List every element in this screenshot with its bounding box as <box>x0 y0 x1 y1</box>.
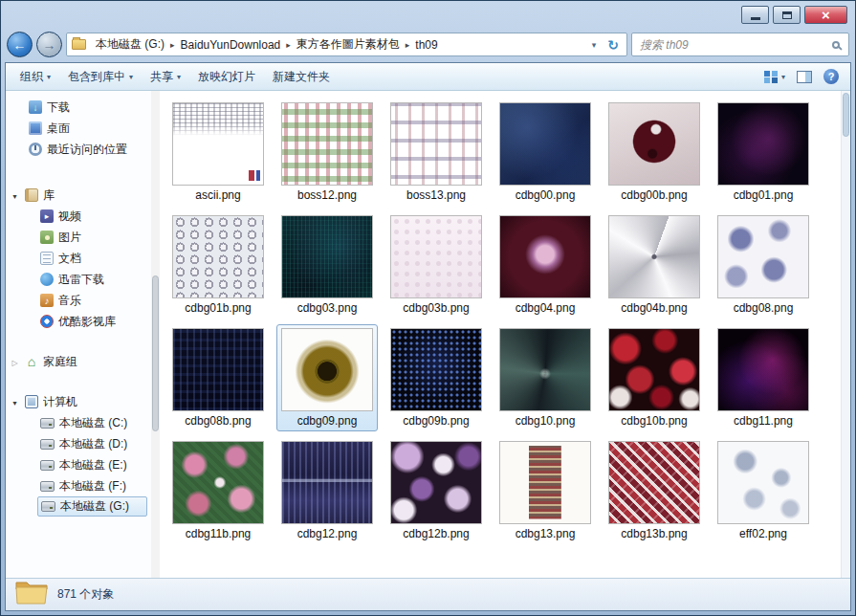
sidebar-item-drive-c[interactable]: 本地磁盘 (C:) <box>6 412 151 433</box>
file-tile[interactable]: boss13.png <box>385 99 487 206</box>
sidebar-label: 文档 <box>58 251 81 267</box>
file-tile[interactable]: boss12.png <box>276 99 378 206</box>
sidebar-item-videos[interactable]: 视频 <box>6 206 151 227</box>
sidebar-scrollbar-thumb[interactable] <box>152 275 159 431</box>
content-scrollbar[interactable] <box>841 91 850 578</box>
chevron-down-icon <box>781 73 785 81</box>
file-tile[interactable]: cdbg13b.png <box>604 437 705 544</box>
file-name: cdbg09b.png <box>403 414 469 428</box>
sidebar-item-drive-g[interactable]: 本地磁盘 (G:) <box>37 496 147 517</box>
file-tile[interactable]: cdbg00.png <box>494 99 596 206</box>
expander-icon[interactable] <box>10 355 20 368</box>
breadcrumb-segment-drive[interactable]: 本地磁盘 (G:) <box>91 33 169 55</box>
music-icon <box>40 294 54 307</box>
file-tile[interactable]: cdbg08.png <box>713 211 814 319</box>
search-box[interactable] <box>631 33 849 56</box>
slideshow-button[interactable]: 放映幻灯片 <box>189 65 264 89</box>
file-tile[interactable]: eff02.png <box>713 437 814 544</box>
breadcrumb-segment-baiduyun[interactable]: BaiduYunDownload <box>176 35 286 55</box>
forward-button[interactable] <box>36 32 62 57</box>
file-tile[interactable]: cdbg11b.png <box>167 437 269 544</box>
file-tile[interactable]: cdbg04.png <box>494 211 596 319</box>
search-icon[interactable] <box>832 41 840 49</box>
file-tile[interactable]: cdbg03.png <box>276 211 378 319</box>
file-tile[interactable]: ascii.png <box>167 99 269 206</box>
file-thumbnail <box>499 102 591 186</box>
file-tile[interactable]: cdbg12b.png <box>385 437 487 544</box>
change-view-button[interactable] <box>758 67 791 86</box>
file-tile[interactable]: cdbg03b.png <box>385 211 487 319</box>
minimize-button[interactable] <box>741 6 769 24</box>
expander-icon[interactable] <box>10 188 20 202</box>
sidebar-item-thunder-downloads[interactable]: 迅雷下载 <box>6 269 151 290</box>
address-row: 本地磁盘 (G:) BaiduYunDownload 東方各作圖片素材包 th0… <box>5 27 851 62</box>
file-tile[interactable]: cdbg11.png <box>713 324 814 431</box>
close-button[interactable] <box>804 6 847 24</box>
expander-icon[interactable] <box>10 395 20 408</box>
file-tile[interactable]: cdbg09b.png <box>385 324 487 431</box>
file-tile[interactable]: cdbg12.png <box>276 437 378 544</box>
sidebar-label: 本地磁盘 (F:) <box>59 478 126 495</box>
explorer-window: 本地磁盘 (G:) BaiduYunDownload 東方各作圖片素材包 th0… <box>0 0 856 616</box>
file-tile[interactable]: cdbg04b.png <box>604 211 705 319</box>
sidebar-item-music[interactable]: 音乐 <box>6 290 151 311</box>
breadcrumb-segment-th09[interactable]: th09 <box>410 35 442 55</box>
file-tile[interactable]: cdbg00b.png <box>604 99 705 206</box>
sidebar-item-computer[interactable]: 计算机 <box>6 391 151 412</box>
sidebar-item-libraries[interactable]: 库 <box>6 185 151 206</box>
sidebar-item-youku[interactable]: 优酷影视库 <box>6 311 151 332</box>
folder-icon <box>72 39 86 50</box>
sidebar-item-drive-d[interactable]: 本地磁盘 (D:) <box>6 433 151 454</box>
file-thumbnail <box>717 328 809 411</box>
thunder-icon <box>40 273 54 286</box>
chevron-down-icon <box>177 73 181 81</box>
sidebar-label: 家庭组 <box>43 354 77 370</box>
sidebar-label: 最近访问的位置 <box>47 142 127 158</box>
sidebar-item-drive-e[interactable]: 本地磁盘 (E:) <box>6 454 151 475</box>
new-folder-button[interactable]: 新建文件夹 <box>264 65 339 89</box>
file-name: boss12.png <box>297 188 357 202</box>
sidebar-item-recent-places[interactable]: 最近访问的位置 <box>6 139 151 160</box>
share-button[interactable]: 共享 <box>142 65 189 89</box>
file-name: cdbg03b.png <box>403 301 469 315</box>
file-tile[interactable]: cdbg10.png <box>494 324 596 431</box>
sidebar-item-pictures[interactable]: 图片 <box>6 227 151 248</box>
file-tile[interactable]: cdbg08b.png <box>167 324 269 431</box>
file-tile[interactable]: cdbg01b.png <box>167 211 269 319</box>
address-bar[interactable]: 本地磁盘 (G:) BaiduYunDownload 東方各作圖片素材包 th0… <box>66 33 627 56</box>
sidebar-label: 图片 <box>58 230 81 246</box>
sidebar-label: 视频 <box>58 209 81 225</box>
file-thumbnail <box>281 215 373 298</box>
back-button[interactable] <box>7 32 33 57</box>
maximize-button[interactable] <box>773 6 801 24</box>
file-name: cdbg12.png <box>297 527 358 540</box>
file-tile[interactable]: cdbg01.png <box>713 99 814 206</box>
sidebar-scrollbar[interactable] <box>151 91 160 578</box>
file-name: cdbg13b.png <box>621 527 687 540</box>
help-button[interactable] <box>818 66 845 87</box>
sidebar-item-documents[interactable]: 文档 <box>6 248 151 269</box>
sidebar-item-desktop[interactable]: 桌面 <box>6 118 151 139</box>
file-thumbnail <box>717 215 809 298</box>
command-bar: 组织 包含到库中 共享 放映幻灯片 新建文件夹 <box>6 63 850 91</box>
organize-button[interactable]: 组织 <box>11 65 59 89</box>
file-thumbnail <box>499 441 591 524</box>
file-tile[interactable]: cdbg13.png <box>494 437 596 544</box>
drive-icon <box>40 481 55 492</box>
address-dropdown-icon[interactable] <box>586 36 603 54</box>
sidebar-item-drive-f[interactable]: 本地磁盘 (F:) <box>6 475 151 496</box>
search-input[interactable] <box>638 37 832 53</box>
file-tile[interactable]: cdbg09.png <box>276 324 378 431</box>
preview-pane-button[interactable] <box>791 68 818 86</box>
file-thumbnail <box>281 441 373 524</box>
content-scrollbar-thumb[interactable] <box>843 93 849 137</box>
breadcrumb-segment-pack[interactable]: 東方各作圖片素材包 <box>292 33 405 55</box>
title-bar[interactable] <box>5 1 851 27</box>
refresh-button[interactable] <box>602 35 625 55</box>
sidebar-item-downloads[interactable]: 下载 <box>6 97 151 118</box>
sidebar-item-homegroup[interactable]: 家庭组 <box>6 351 151 372</box>
include-in-library-button[interactable]: 包含到库中 <box>59 65 142 89</box>
file-name: cdbg09.png <box>297 414 358 428</box>
file-name: cdbg11.png <box>734 414 793 428</box>
file-tile[interactable]: cdbg10b.png <box>604 324 705 431</box>
